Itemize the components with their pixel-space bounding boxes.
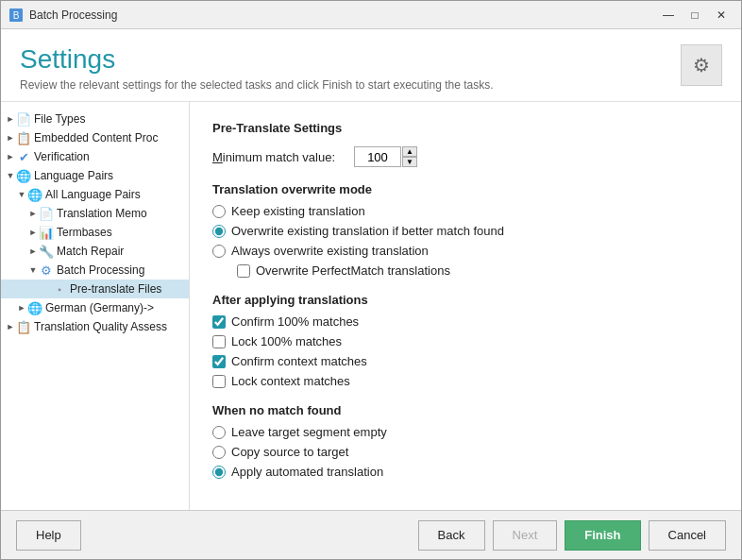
copy-source-radio[interactable] xyxy=(212,446,226,459)
embedded-icon: 📋 xyxy=(16,130,31,145)
radio-copy-source[interactable]: Copy source to target xyxy=(212,445,718,459)
no-match-group: Leave target segment empty Copy source t… xyxy=(212,425,718,479)
overwrite-mode-group: Keep existing translation Overwrite exis… xyxy=(212,204,718,278)
arrow-icon: ► xyxy=(27,228,39,237)
window: B Batch Processing — □ ✕ Settings Review… xyxy=(0,0,742,560)
translation-quality-icon: 📋 xyxy=(16,319,31,334)
match-repair-icon: 🔧 xyxy=(39,244,54,259)
german-germany-icon: 🌐 xyxy=(27,300,42,315)
overwrite-perfectmatch-checkbox[interactable] xyxy=(237,264,250,278)
overwrite-better-label: Overwrite existing translation if better… xyxy=(231,224,504,238)
sidebar-item-translation-memo[interactable]: ► 📄 Translation Memo xyxy=(1,204,189,223)
sidebar-item-pre-translate-files[interactable]: ► ▪ Pre-translate Files xyxy=(1,280,189,298)
lock-100-item[interactable]: Lock 100% matches xyxy=(212,334,718,348)
sidebar-label: Match Repair xyxy=(57,245,124,258)
keep-existing-label: Keep existing translation xyxy=(231,204,365,218)
settings-icon: ⚙ xyxy=(681,44,722,86)
lock-100-checkbox[interactable] xyxy=(212,335,226,348)
copy-source-label: Copy source to target xyxy=(231,445,348,459)
radio-apply-automated[interactable]: Apply automated translation xyxy=(212,465,718,479)
footer: Help Back Next Finish Cancel xyxy=(1,510,741,559)
sidebar-item-all-language-pairs[interactable]: ▼ 🌐 All Language Pairs xyxy=(1,185,189,204)
spinner-up-button[interactable]: ▲ xyxy=(402,146,417,157)
verification-icon: ✔ xyxy=(16,149,31,164)
arrow-icon: ► xyxy=(5,114,16,124)
window-title: Batch Processing xyxy=(29,8,656,22)
next-button[interactable]: Next xyxy=(493,520,558,551)
sidebar-label: Translation Memo xyxy=(57,207,147,220)
sidebar-label: Translation Quality Assess xyxy=(34,320,167,333)
arrow-icon: ► xyxy=(5,152,16,161)
sidebar-item-match-repair[interactable]: ► 🔧 Match Repair xyxy=(1,242,189,261)
confirm-context-label: Confirm context matches xyxy=(231,354,367,368)
leave-empty-radio[interactable] xyxy=(212,426,226,439)
overwrite-mode-title: Translation overwrite mode xyxy=(212,182,718,196)
arrow-icon: ► xyxy=(16,303,27,313)
lock-context-checkbox[interactable] xyxy=(212,375,226,388)
sidebar-item-translation-quality[interactable]: ► 📋 Translation Quality Assess xyxy=(1,317,189,336)
termbases-icon: 📊 xyxy=(39,225,54,240)
sidebar-item-file-types[interactable]: ► 📄 File Types xyxy=(1,110,189,128)
overwrite-perfectmatch-checkbox-item[interactable]: Overwrite PerfectMatch translations xyxy=(237,263,718,278)
minimize-button[interactable]: — xyxy=(656,6,681,25)
confirm-100-item[interactable]: Confirm 100% matches xyxy=(212,314,718,329)
radio-keep-existing[interactable]: Keep existing translation xyxy=(212,204,718,218)
minimum-match-spinner[interactable]: 100 ▲ ▼ xyxy=(354,146,417,167)
sidebar-label: Verification xyxy=(34,150,90,163)
svg-text:B: B xyxy=(13,10,20,21)
radio-leave-empty[interactable]: Leave target segment empty xyxy=(212,425,718,439)
sidebar: ► 📄 File Types ► 📋 Embedded Content Proc… xyxy=(1,102,190,510)
footer-right: Back Next Finish Cancel xyxy=(418,520,726,551)
after-applying-title: After applying translations xyxy=(212,293,718,307)
lock-100-label: Lock 100% matches xyxy=(231,334,342,348)
leave-empty-label: Leave target segment empty xyxy=(231,425,387,439)
batch-processing-icon: ⚙ xyxy=(39,263,54,278)
overwrite-better-radio[interactable] xyxy=(212,225,226,238)
sidebar-item-embedded-content[interactable]: ► 📋 Embedded Content Proc xyxy=(1,128,189,147)
window-controls: — □ ✕ xyxy=(656,6,734,25)
confirm-context-checkbox[interactable] xyxy=(212,355,226,368)
confirm-context-item[interactable]: Confirm context matches xyxy=(212,354,718,368)
spinner-buttons: ▲ ▼ xyxy=(402,146,417,167)
app-icon: B xyxy=(8,8,24,23)
sidebar-label: Pre-translate Files xyxy=(70,282,161,296)
file-types-icon: 📄 xyxy=(16,111,31,127)
footer-left: Help xyxy=(16,520,81,551)
lock-context-item[interactable]: Lock context matches xyxy=(212,374,718,388)
title-bar: B Batch Processing — □ ✕ xyxy=(1,1,741,29)
page-title: Settings xyxy=(20,44,494,75)
spinner-down-button[interactable]: ▼ xyxy=(402,157,417,167)
sidebar-item-termbases[interactable]: ► 📊 Termbases xyxy=(1,223,189,242)
apply-automated-label: Apply automated translation xyxy=(231,465,383,479)
sidebar-item-verification[interactable]: ► ✔ Verification xyxy=(1,147,189,166)
help-button[interactable]: Help xyxy=(16,520,81,551)
minimum-match-row: Minimum match value: 100 ▲ ▼ xyxy=(212,146,718,167)
confirm-100-label: Confirm 100% matches xyxy=(231,314,359,329)
content-area: ► 📄 File Types ► 📋 Embedded Content Proc… xyxy=(1,102,741,510)
confirm-100-checkbox[interactable] xyxy=(212,315,226,329)
finish-button[interactable]: Finish xyxy=(565,520,640,551)
arrow-icon: ▼ xyxy=(16,190,27,199)
sidebar-label: Language Pairs xyxy=(34,169,113,182)
keep-existing-radio[interactable] xyxy=(212,205,226,218)
all-language-pairs-icon: 🌐 xyxy=(27,187,42,202)
overwrite-perfectmatch-label: Overwrite PerfectMatch translations xyxy=(256,263,450,278)
back-button[interactable]: Back xyxy=(418,520,485,551)
sidebar-label: File Types xyxy=(34,112,85,126)
always-overwrite-radio[interactable] xyxy=(212,245,226,258)
arrow-icon: ► xyxy=(5,322,16,331)
sidebar-item-batch-processing[interactable]: ▼ ⚙ Batch Processing xyxy=(1,261,189,280)
cancel-button[interactable]: Cancel xyxy=(649,520,726,551)
overwrite-perfectmatch-row: Overwrite PerfectMatch translations xyxy=(237,263,718,278)
no-match-title: When no match found xyxy=(212,403,718,417)
lock-context-label: Lock context matches xyxy=(231,374,350,388)
minimum-match-input[interactable]: 100 xyxy=(354,146,401,167)
sidebar-item-german-germany[interactable]: ► 🌐 German (Germany)-> xyxy=(1,298,189,317)
apply-automated-radio[interactable] xyxy=(212,466,226,479)
pre-translate-icon: ▪ xyxy=(52,281,67,297)
close-button[interactable]: ✕ xyxy=(709,6,734,25)
maximize-button[interactable]: □ xyxy=(683,6,707,25)
radio-overwrite-better[interactable]: Overwrite existing translation if better… xyxy=(212,224,718,238)
radio-always-overwrite[interactable]: Always overwrite existing translation xyxy=(212,244,718,258)
sidebar-item-language-pairs[interactable]: ▼ 🌐 Language Pairs xyxy=(1,166,189,185)
